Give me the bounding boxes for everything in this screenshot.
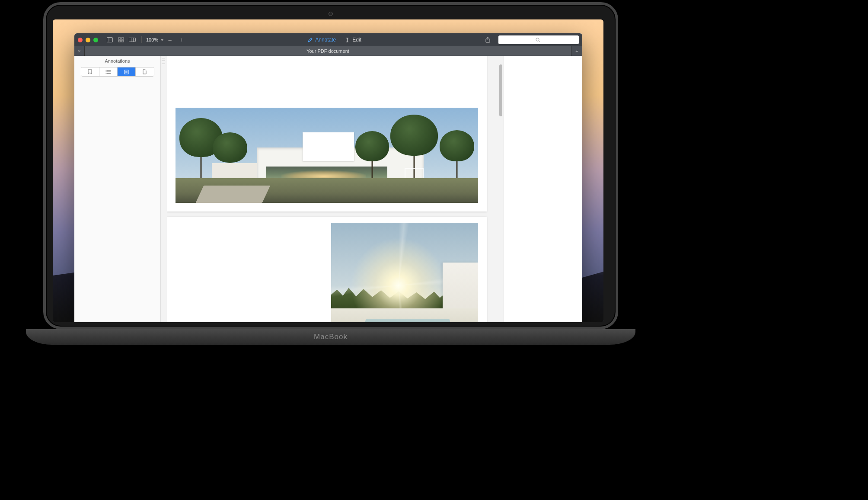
search-icon [536, 38, 540, 42]
svg-rect-0 [107, 38, 113, 42]
close-tab-button[interactable]: × [74, 46, 85, 56]
tab-bar: × Your PDF document + [74, 46, 582, 56]
screen-bezel: 100% − + Annotate Edit [43, 2, 618, 329]
sidebar-resize-handle[interactable] [162, 57, 165, 65]
pencil-icon [307, 37, 313, 43]
sidebar-mode-segmented-control [81, 67, 154, 77]
minimize-window-button[interactable] [86, 38, 90, 42]
screen: 100% − + Annotate Edit [53, 19, 603, 322]
window-controls [78, 38, 98, 42]
annotations-sidebar: Annotations [74, 56, 161, 322]
sidebar-pages-button[interactable] [136, 67, 154, 76]
sidebar-bookmarks-button[interactable] [81, 67, 99, 76]
pdf-page[interactable] [167, 56, 487, 212]
camera-icon [329, 12, 333, 16]
tab-title: Your PDF document [306, 48, 349, 54]
zoom-dropdown[interactable]: 100% [146, 37, 163, 42]
text-cursor-icon [345, 37, 350, 43]
thumbnail-view-button[interactable] [116, 35, 126, 44]
svg-rect-18 [124, 70, 128, 74]
inspector-panel [504, 56, 582, 322]
pdf-app-window: 100% − + Annotate Edit [74, 33, 582, 322]
chevron-down-icon [159, 37, 163, 42]
architecture-photo-wide [176, 108, 478, 203]
close-window-button[interactable] [78, 38, 83, 42]
svg-point-12 [106, 70, 107, 71]
image-slot[interactable] [176, 108, 478, 203]
edit-label: Edit [352, 37, 361, 43]
svg-point-16 [106, 73, 107, 74]
contact-sheet-view-button[interactable] [128, 35, 137, 44]
zoom-out-button[interactable]: − [165, 35, 175, 44]
svg-rect-5 [121, 40, 124, 42]
content-area: Annotations [74, 56, 582, 322]
sidebar-toggle-button[interactable] [105, 35, 115, 44]
device-brand-label: MacBook [314, 333, 348, 341]
document-tab[interactable]: Your PDF document [85, 46, 571, 56]
scrollbar-thumb[interactable] [499, 64, 502, 116]
page-icon [143, 69, 147, 74]
architecture-photo-pool [331, 223, 478, 322]
svg-point-10 [536, 38, 539, 41]
add-tab-button[interactable]: + [571, 46, 582, 56]
toolbar: 100% − + Annotate Edit [74, 33, 582, 46]
toolbar-divider [141, 36, 142, 43]
sidebar-annotations-button[interactable] [118, 67, 136, 76]
fullscreen-window-button[interactable] [93, 38, 98, 42]
svg-rect-6 [129, 38, 136, 42]
share-button[interactable] [483, 35, 492, 44]
zoom-value: 100% [146, 37, 158, 42]
annotate-mode-button[interactable]: Annotate [304, 37, 339, 43]
sidebar-title: Annotations [105, 58, 130, 64]
zoom-in-button[interactable]: + [176, 35, 186, 44]
sidebar-outline-button[interactable] [99, 67, 118, 76]
pdf-page[interactable] [167, 217, 487, 322]
list-icon [105, 70, 111, 74]
macbook-frame: 100% − + Annotate Edit [43, 2, 618, 345]
svg-rect-3 [121, 38, 124, 39]
annotation-icon [124, 70, 129, 74]
macbook-base: MacBook [26, 329, 635, 345]
svg-rect-4 [118, 40, 121, 42]
search-input[interactable] [498, 35, 579, 44]
bookmark-icon [88, 69, 92, 74]
svg-point-14 [106, 71, 107, 72]
annotate-label: Annotate [315, 37, 336, 43]
edit-mode-button[interactable]: Edit [341, 37, 365, 43]
svg-rect-2 [118, 38, 121, 39]
document-viewer[interactable] [161, 56, 504, 322]
image-slot[interactable] [331, 223, 478, 322]
page-container [167, 56, 498, 322]
svg-line-11 [539, 41, 540, 42]
